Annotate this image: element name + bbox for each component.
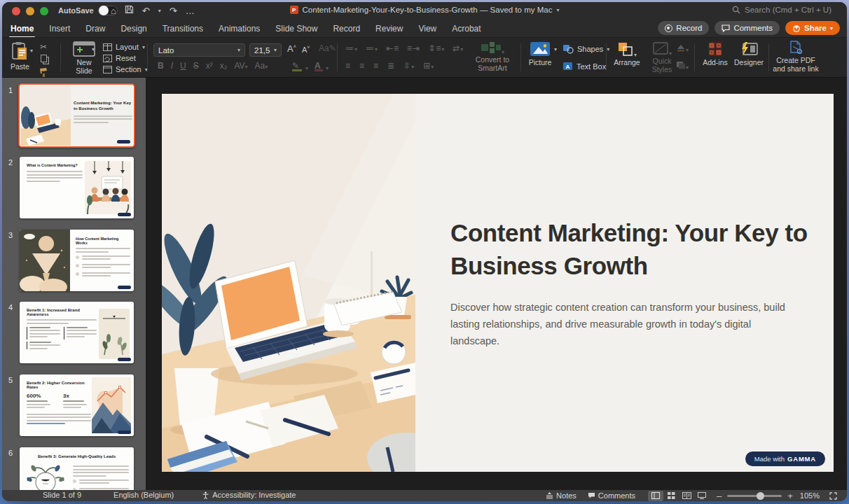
arrange-button[interactable]: ▾ Arrange [612, 41, 642, 66]
layout-label: Layout [116, 43, 139, 51]
thumb6-title: Benefit 3: Generate High-Quality Leads [38, 454, 122, 458]
normal-view-button[interactable] [648, 491, 663, 501]
add-ins-button[interactable]: Add-ins [700, 41, 731, 66]
fit-slide-to-window-icon[interactable] [829, 492, 837, 500]
tab-home[interactable]: Home [11, 21, 34, 36]
quick-styles-button: ▾ Quick Styles [645, 41, 679, 74]
zoom-slider[interactable] [727, 495, 782, 497]
notes-label: Notes [556, 491, 577, 500]
slide-body-textbox[interactable]: Discover how strategic content creation … [450, 300, 792, 350]
tab-transitions[interactable]: Transitions [163, 21, 203, 36]
paste-button[interactable]: Paste [11, 41, 29, 71]
thumbnail-slide-6[interactable]: Benefit 3: Generate High-Quality Leads [20, 447, 134, 490]
slideshow-view-button[interactable] [694, 491, 710, 501]
chevron-down-icon[interactable]: ▾ [30, 48, 33, 54]
zoom-percentage[interactable]: 105% [800, 491, 820, 500]
redo-icon[interactable]: ↷ [170, 6, 177, 17]
bullets-button: ≔▾ [345, 43, 358, 53]
thumbnail-slide-2[interactable]: What is Content Marketing? [20, 157, 134, 218]
justify-button: ≣ [387, 61, 395, 71]
tab-review[interactable]: Review [375, 21, 403, 36]
chevron-down-icon[interactable]: ▾ [92, 46, 95, 52]
format-painter-icon[interactable] [39, 67, 50, 77]
comments-toggle-button[interactable]: Comments [588, 491, 635, 500]
editing-canvas[interactable]: Content Marketing: Your Key to Business … [146, 78, 847, 490]
thumbnail-slide-5[interactable]: Benefit 2: Higher Conversion Rates 600% … [20, 374, 134, 436]
share-button[interactable]: Share ▾ [785, 21, 840, 35]
thumb5-stat1: 600% [27, 393, 50, 399]
thumbnail-number: 6 [8, 449, 13, 457]
section-button[interactable]: Section ▾ [103, 65, 148, 74]
align-left-button: ≡ [345, 61, 351, 71]
tab-acrobat[interactable]: Acrobat [452, 21, 481, 36]
undo-icon[interactable]: ↶ [142, 6, 150, 17]
text-box-label: Text Box [577, 62, 606, 71]
designer-icon [740, 41, 758, 57]
slide-1-editor[interactable]: Content Marketing: Your Key to Business … [162, 94, 834, 472]
badge-brand: GAMMA [787, 455, 816, 463]
reading-view-button[interactable] [679, 491, 694, 501]
tab-animations[interactable]: Animations [219, 21, 260, 36]
record-button[interactable]: Record [658, 21, 709, 35]
tab-record[interactable]: Record [333, 21, 360, 36]
chevron-down-icon: ▾ [305, 65, 308, 71]
minimize-window-button[interactable] [26, 7, 34, 15]
language-button[interactable]: English (Belgium) [113, 491, 174, 499]
thumb1-title: Content Marketing: Your Key to Business … [74, 101, 132, 112]
new-slide-button[interactable]: New Slide [68, 41, 100, 75]
text-box-button[interactable]: A Text Box [562, 62, 606, 71]
comments-button[interactable]: Comments [715, 21, 780, 35]
picture-button[interactable]: Picture [527, 41, 553, 66]
notes-button[interactable]: Notes [546, 491, 577, 500]
text-box-icon: A [562, 62, 573, 71]
designer-button[interactable]: Designer [733, 41, 764, 66]
close-window-button[interactable] [12, 7, 20, 15]
chevron-down-icon[interactable]: ▾ [556, 7, 559, 13]
copy-icon[interactable] [41, 55, 47, 62]
grow-font-button[interactable]: A˄ [287, 43, 296, 54]
zoom-slider-knob[interactable] [757, 492, 764, 500]
tab-insert[interactable]: Insert [49, 21, 70, 36]
normal-view-icon [651, 492, 660, 499]
zoom-window-button[interactable] [40, 7, 48, 15]
font-size-value: 21,5 [254, 46, 270, 55]
more-commands-icon[interactable]: … [186, 6, 195, 17]
chevron-down-icon[interactable]: ▾ [158, 8, 161, 14]
font-size-select[interactable]: 21,5 ▾ [249, 43, 282, 57]
paste-icon [11, 41, 28, 61]
font-name-select[interactable]: Lato ▾ [153, 43, 245, 57]
thumb6-illustration [25, 463, 66, 490]
ribbon-tab-strip: Home Insert Draw Design Transitions Anim… [2, 20, 847, 37]
cut-icon[interactable]: ✂ [40, 42, 47, 52]
made-with-gamma-badge[interactable]: Made with GAMMA [745, 451, 825, 466]
reset-button[interactable]: Reset [103, 54, 148, 62]
zoom-in-button[interactable]: + [787, 491, 793, 501]
autosave-control[interactable]: AutoSave [58, 6, 118, 15]
shapes-button[interactable]: Shapes ▾ [562, 44, 609, 54]
tab-design[interactable]: Design [120, 21, 146, 36]
thumbnail-number: 5 [8, 376, 13, 384]
accessibility-button[interactable]: Accessibility: Investigate [202, 491, 296, 499]
save-icon[interactable] [125, 5, 134, 17]
thumbnail-slide-3[interactable]: How Content Marketing Works [20, 230, 134, 291]
shrink-font-button[interactable]: A˅ [302, 45, 310, 54]
tab-view[interactable]: View [418, 21, 436, 36]
slide-sorter-view-button[interactable] [663, 491, 679, 501]
tab-slide-show[interactable]: Slide Show [275, 21, 317, 36]
search-field[interactable]: Search (Cmd + Ctrl + U) [732, 6, 831, 14]
thumb4-title: Benefit 1: Increased Brand Awareness [27, 308, 97, 316]
convert-smartart-label: Convert to SmartArt [464, 55, 520, 72]
bold-button: B [158, 61, 164, 71]
home-icon[interactable]: ⌂ [111, 6, 116, 17]
thumbnail-slide-1[interactable]: Content Marketing: Your Key to Business … [18, 83, 135, 148]
slide-illustration-desk-laptop[interactable] [162, 94, 415, 472]
layout-button[interactable]: Layout ▾ [103, 43, 148, 51]
create-pdf-button[interactable]: Create PDF and share link [773, 41, 819, 73]
zoom-out-button[interactable]: – [717, 491, 722, 501]
slide-title-textbox[interactable]: Content Marketing: Your Key to Business … [450, 217, 815, 282]
thumb1-gamma-badge [117, 140, 130, 144]
comment-icon [722, 24, 730, 32]
tab-draw[interactable]: Draw [85, 21, 105, 36]
chevron-down-icon[interactable]: ▾ [554, 46, 557, 52]
thumbnail-slide-4[interactable]: Benefit 1: Increased Brand Awareness [20, 302, 134, 363]
